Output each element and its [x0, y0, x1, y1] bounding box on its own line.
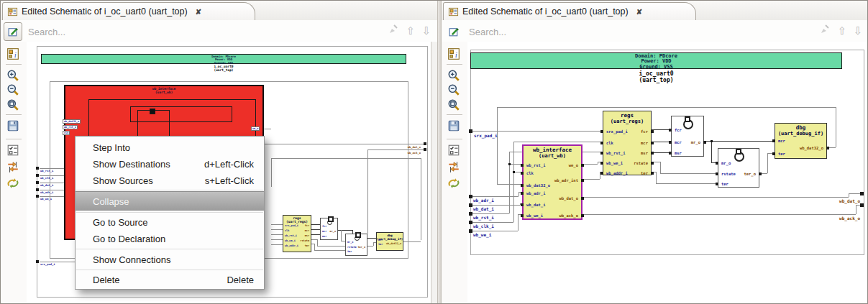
instance-title: i_oc_uart0 (uart_top): [470, 70, 842, 83]
right-tabbar: Edited Schematic of i_oc_uart0 (uart_top…: [442, 1, 868, 21]
zoom-in-icon[interactable]: [447, 69, 460, 82]
svg-text:i: i: [455, 50, 457, 59]
power-domain-header: Domain: PDcore Power: VDD Ground: VSS: [470, 52, 842, 69]
red-block-pin: wb_rst_i: [63, 125, 78, 129]
edge-port: wb_clk_i: [40, 176, 53, 180]
menu-item-step-into[interactable]: Step Into: [76, 139, 264, 156]
search-previous-icon[interactable]: ⇧: [836, 24, 849, 38]
power-domain-header: Domain: PDcore Power: VDD Ground: VSS: [41, 54, 406, 64]
edge-port-out: wb_dat_o: [408, 145, 421, 149]
edit-search-toggle-button[interactable]: [4, 22, 22, 41]
right-tab[interactable]: Edited Schematic of i_oc_uart0 (uart_top…: [443, 2, 696, 20]
show-ports-icon[interactable]: [6, 160, 19, 173]
clear-search-icon[interactable]: [387, 24, 400, 38]
search-previous-icon[interactable]: ⇧: [404, 24, 417, 38]
operator-glyph: [734, 152, 744, 162]
edit-page-icon: [7, 26, 19, 38]
edge-port: wb_we_i: [40, 197, 52, 201]
left-tab[interactable]: Edited Schematic of i_oc_uart0 (uart_top…: [2, 2, 255, 20]
wb-interface-block[interactable]: wb_interface (uart_wb) wb_rst_i clk wb_d…: [522, 144, 583, 220]
edge-port: wb_dat_i: [473, 206, 494, 211]
tab-title: Edited Schematic of i_oc_uart0 (uart_top…: [462, 6, 629, 17]
menu-separator: [76, 270, 263, 270]
schematic-tab-icon: [448, 6, 459, 17]
toolbar-separator: [447, 114, 462, 115]
edge-port-out: wb_ack_o: [408, 151, 421, 155]
menu-item-delete[interactable]: DeleteDelete: [76, 272, 264, 288]
operator-block-mini[interactable]: mr_o rstate ter ter_o: [345, 234, 367, 256]
right-editor-panel: Edited Schematic of i_oc_uart0 (uart_top…: [442, 1, 868, 304]
menu-item-show-destinations[interactable]: Show Destinationsd+Left-Click: [76, 156, 264, 172]
menu-item-go-to-declaration[interactable]: Go to Declaration: [76, 231, 264, 247]
instance-title: i_oc_uart0 (uart_top): [41, 65, 406, 72]
schematic-canvas-right[interactable]: Domain: PDcore Power: VDD Ground: VSS i_…: [467, 42, 867, 304]
left-tabbar: Edited Schematic of i_oc_uart0 (uart_top…: [1, 1, 437, 21]
operator-block-mini[interactable]: fcr mcr msr mr_o: [320, 218, 338, 240]
menu-separator: [76, 212, 263, 213]
red-block-pin: wb_dat32_o: [63, 119, 81, 124]
context-menu: Step Into Show Destinationsd+Left-Click …: [75, 136, 265, 290]
toolbar-separator: [6, 114, 22, 115]
clear-search-icon[interactable]: [818, 24, 831, 38]
edit-search-toggle-button[interactable]: [444, 22, 463, 41]
menu-item-show-connections[interactable]: Show Connections: [76, 252, 264, 268]
menu-item-show-sources[interactable]: Show Sourcess+Left-Click: [76, 172, 264, 189]
svg-text:i: i: [14, 50, 17, 59]
right-vertical-toolbar: i: [442, 42, 468, 304]
tab-title: Edited Schematic of i_oc_uart0 (uart_top…: [22, 6, 188, 17]
operator-glyph: [683, 119, 693, 129]
dbg-block[interactable]: dbg (uart_debug_if) mcr ter wb_dat32_o: [775, 123, 827, 159]
edge-port: wb_adr_i: [40, 190, 53, 194]
edge-port: wb_adr_i: [473, 198, 494, 203]
show-ports-icon[interactable]: [447, 160, 460, 173]
menu-separator: [76, 249, 263, 249]
dbg-block-mini[interactable]: dbg (uart_debug_if) mcr ter wb_dat32_o: [376, 232, 403, 251]
regs-block[interactable]: regs (uart_regs) srx_pad_i clk wb_rst_i …: [603, 111, 652, 175]
menu-item-go-to-source[interactable]: Go to Source: [76, 214, 264, 231]
search-input[interactable]: [27, 23, 267, 40]
edge-port: wb_we_i: [473, 232, 491, 237]
left-search-toolbar: ⇧ ⇩: [1, 20, 437, 42]
inner-logic-rect: [150, 109, 155, 114]
edge-port-out: wb_dat_o: [839, 198, 860, 203]
schematic-tab-icon: [7, 6, 18, 17]
refresh-icon[interactable]: [447, 177, 460, 190]
menu-item-collapse[interactable]: Collapse: [76, 191, 264, 211]
operator-block[interactable]: mr_o rstate ter ter_o: [718, 148, 759, 188]
regs-block-mini[interactable]: regs (uart_regs) srx_pad_i clk wb_rst_i …: [283, 215, 311, 252]
tab-close-icon[interactable]: ✘: [196, 8, 201, 16]
display-options-icon[interactable]: [6, 144, 19, 157]
save-icon[interactable]: [6, 119, 19, 132]
save-icon[interactable]: [447, 119, 460, 132]
refresh-icon[interactable]: [6, 177, 19, 190]
edge-port: srx_pad_i: [474, 133, 498, 138]
toolbar-separator: [447, 64, 462, 65]
edge-port: wb_clk_i: [473, 224, 494, 229]
edit-page-icon: [448, 26, 460, 38]
tab-close-icon[interactable]: ✘: [636, 8, 642, 16]
vertical-scrollbar[interactable]: [431, 42, 437, 304]
toolbar-separator: [447, 139, 462, 139]
edge-port-out: wb_ack_o: [839, 216, 860, 221]
edge-port: wb_rst_i: [473, 215, 494, 220]
red-block-pin: clk: [63, 131, 70, 135]
search-next-icon[interactable]: ⇩: [420, 24, 433, 38]
display-options-icon[interactable]: [447, 144, 460, 157]
menu-separator: [76, 190, 263, 190]
red-block-pin: we_o: [251, 126, 260, 131]
zoom-fit-icon[interactable]: [6, 98, 19, 111]
edge-port: wb_rst_i: [40, 169, 53, 172]
search-next-icon[interactable]: ⇩: [851, 24, 864, 38]
properties-icon[interactable]: i: [447, 47, 460, 60]
toolbar-separator: [6, 64, 22, 65]
properties-icon[interactable]: i: [6, 47, 19, 60]
edge-port: srx_pad_i: [40, 262, 55, 266]
zoom-in-icon[interactable]: [6, 69, 19, 82]
edge-port: wb_dat_i: [40, 183, 53, 187]
operator-block[interactable]: fcr mcr msr mr_o: [671, 116, 704, 157]
zoom-out-icon[interactable]: [6, 83, 19, 96]
zoom-out-icon[interactable]: [447, 83, 460, 96]
search-input[interactable]: [467, 23, 708, 40]
application-window: Edited Schematic of i_oc_uart0 (uart_top…: [0, 0, 868, 304]
zoom-fit-icon[interactable]: [447, 98, 460, 111]
